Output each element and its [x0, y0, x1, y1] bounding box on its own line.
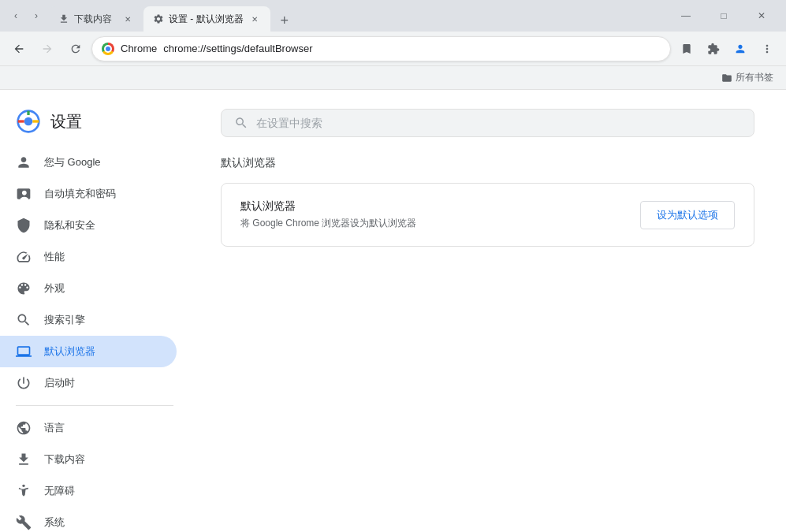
sidebar-item-downloads[interactable]: 下载内容	[0, 444, 177, 475]
tab-back-button[interactable]: ‹	[6, 6, 25, 25]
address-text: chrome://settings/defaultBrowser	[163, 43, 661, 54]
reload-button[interactable]	[63, 36, 88, 61]
sidebar-item-performance-label: 性能	[44, 250, 65, 264]
speed-icon	[16, 249, 32, 265]
search-box[interactable]	[221, 109, 754, 137]
maximize-button[interactable]: □	[706, 3, 742, 28]
sidebar-item-system[interactable]: 系统	[0, 507, 177, 532]
all-bookmarks-label: 所有书签	[736, 71, 773, 84]
close-button[interactable]: ✕	[743, 3, 780, 28]
address-bar[interactable]: Chrome chrome://settings/defaultBrowser	[91, 36, 671, 61]
forward-button[interactable]	[35, 36, 60, 61]
sidebar-item-language[interactable]: 语言	[0, 412, 177, 444]
nav-right	[674, 36, 780, 61]
content-area: 默认浏览器 默认浏览器 将 Google Chrome 浏览器设为默认浏览器 设…	[189, 90, 786, 532]
sidebar-item-default-browser[interactable]: 默认浏览器	[0, 336, 177, 367]
sidebar-item-autofill-label: 自动填充和密码	[44, 187, 116, 201]
bookmark-button[interactable]	[674, 36, 699, 61]
back-button[interactable]	[6, 36, 32, 61]
tab-settings-label: 设置 - 默认浏览器	[169, 13, 244, 26]
menu-button[interactable]	[754, 36, 780, 61]
palette-icon	[16, 281, 32, 296]
set-default-button[interactable]: 设为默认选项	[640, 201, 735, 229]
tab-forward-button[interactable]: ›	[27, 6, 46, 25]
main-content: 设置 您与 Google 自动填充和密码 隐私和安全 性能	[0, 90, 786, 532]
tab-download-close[interactable]: ✕	[121, 13, 134, 25]
sidebar-item-search-label: 搜索引擎	[44, 313, 85, 327]
settings-tab-icon	[153, 13, 164, 24]
title-bar: ‹ › 下载内容 ✕ 设置 - 默认浏览器 ✕ + —	[0, 0, 786, 32]
sidebar-item-privacy[interactable]: 隐私和安全	[0, 210, 177, 241]
sidebar-item-startup[interactable]: 启动时	[0, 367, 177, 399]
computer-icon	[16, 344, 32, 359]
sidebar-item-appearance-label: 外观	[44, 281, 65, 296]
badge-icon	[16, 186, 32, 202]
default-browser-card: 默认浏览器 将 Google Chrome 浏览器设为默认浏览器 设为默认选项	[221, 183, 754, 247]
sidebar-item-language-label: 语言	[44, 421, 65, 435]
tab-download-label: 下载内容	[74, 13, 117, 26]
profile-button[interactable]	[728, 36, 753, 61]
accessibility-icon	[16, 483, 32, 499]
sidebar-item-startup-label: 启动时	[44, 376, 75, 390]
sidebar-item-accessibility[interactable]: 无障碍	[0, 475, 177, 507]
sidebar-item-downloads-label: 下载内容	[44, 452, 85, 467]
window-controls: — □ ✕	[668, 3, 780, 28]
svg-point-1	[22, 485, 24, 487]
settings-header: 设置	[0, 102, 189, 147]
search-input-icon	[234, 116, 248, 130]
power-icon	[16, 375, 32, 391]
download-icon	[16, 452, 32, 467]
sidebar-item-privacy-label: 隐私和安全	[44, 218, 95, 233]
person-icon	[16, 154, 32, 170]
wrench-icon	[16, 515, 32, 530]
tab-download[interactable]: 下载内容 ✕	[49, 6, 143, 32]
chrome-logo-large	[16, 109, 41, 134]
sidebar-item-performance[interactable]: 性能	[0, 241, 177, 273]
sidebar-item-accessibility-label: 无障碍	[44, 484, 75, 498]
sidebar-item-autofill[interactable]: 自动填充和密码	[0, 178, 177, 210]
sidebar-divider	[16, 405, 173, 406]
section-title: 默认浏览器	[221, 156, 754, 170]
card-text: 默认浏览器 将 Google Chrome 浏览器设为默认浏览器	[240, 199, 628, 230]
sidebar-item-appearance[interactable]: 外观	[0, 273, 177, 304]
globe-icon	[16, 420, 32, 436]
sidebar-item-google-label: 您与 Google	[44, 155, 101, 169]
sidebar: 设置 您与 Google 自动填充和密码 隐私和安全 性能	[0, 90, 189, 532]
sidebar-item-system-label: 系统	[44, 515, 65, 530]
nav-bar: Chrome chrome://settings/defaultBrowser	[0, 32, 786, 66]
minimize-button[interactable]: —	[668, 3, 704, 28]
card-subtitle: 将 Google Chrome 浏览器设为默认浏览器	[240, 217, 628, 230]
tab-settings-close[interactable]: ✕	[248, 13, 261, 25]
bookmarks-bar: 所有书签	[0, 66, 786, 90]
sidebar-item-search[interactable]: 搜索引擎	[0, 304, 177, 336]
all-bookmarks-button[interactable]: 所有书签	[715, 68, 780, 87]
tab-settings[interactable]: 设置 - 默认浏览器 ✕	[143, 6, 270, 32]
shield-icon	[16, 218, 32, 233]
download-tab-icon	[58, 13, 69, 24]
sidebar-item-google[interactable]: 您与 Google	[0, 147, 177, 178]
chrome-brand-label: Chrome	[121, 43, 157, 54]
search-input[interactable]	[256, 117, 741, 129]
tab-bar: 下载内容 ✕ 设置 - 默认浏览器 ✕ +	[49, 0, 661, 32]
extensions-button[interactable]	[701, 36, 726, 61]
new-tab-button[interactable]: +	[274, 9, 296, 32]
search-icon	[16, 312, 32, 328]
site-icon	[102, 43, 114, 55]
sidebar-item-default-browser-label: 默认浏览器	[44, 344, 95, 359]
settings-title: 设置	[50, 111, 82, 132]
card-title: 默认浏览器	[240, 199, 628, 214]
